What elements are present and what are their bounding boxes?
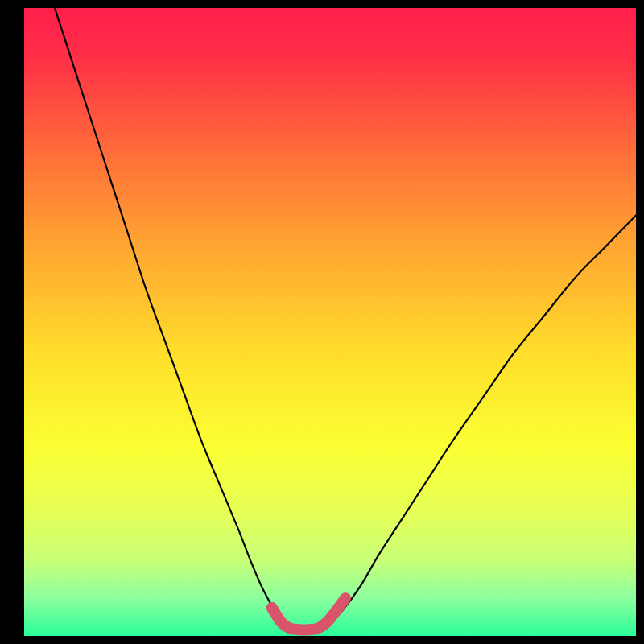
chart-svg xyxy=(24,8,636,636)
gradient-background xyxy=(24,8,636,636)
plot-area xyxy=(24,8,636,636)
chart-container: TheBottleneck.com xyxy=(0,0,644,644)
